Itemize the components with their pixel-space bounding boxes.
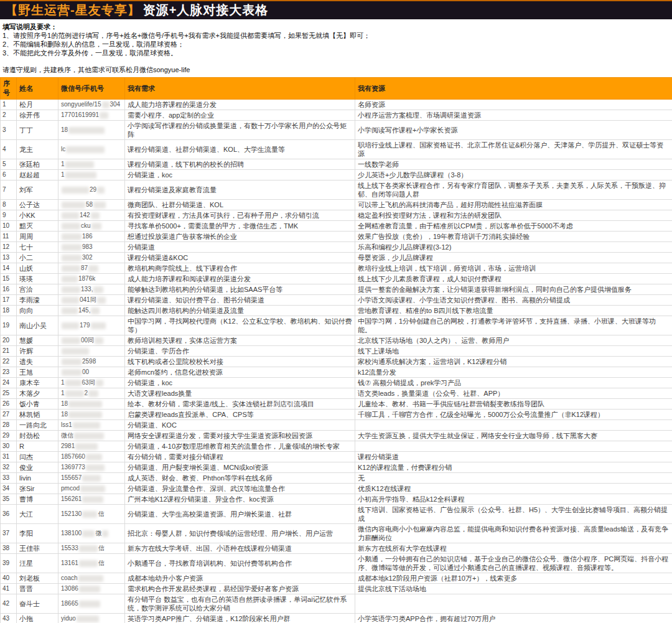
cell-index[interactable]: 5: [1, 159, 17, 170]
cell-name[interactable]: 李阳: [17, 524, 58, 543]
cell-name[interactable]: 向向: [17, 306, 58, 316]
cell-phone[interactable]: 18665: [58, 594, 125, 614]
cell-phone[interactable]: [58, 346, 125, 357]
cell-phone[interactable]: 155657: [58, 473, 125, 484]
cell-name[interactable]: 张Sir: [17, 484, 58, 494]
cell-need[interactable]: 大语文课程leads换量: [125, 388, 355, 399]
cell-name[interactable]: 小拖: [17, 614, 58, 623]
cell-phone[interactable]: pmcod: [58, 484, 125, 494]
cell-resource[interactable]: 名师资源: [355, 100, 672, 110]
cell-name[interactable]: 小二: [17, 253, 58, 263]
cell-resource[interactable]: 新东方在线所有大学在线课程: [355, 543, 672, 554]
cell-phone[interactable]: 156261: [58, 494, 125, 505]
cell-resource[interactable]: 提供一整套的金融解决方案，让分销渠道获得新增利润点，同时向自己的客户提供增值服务: [355, 284, 672, 295]
cell-name[interactable]: 晋晋: [17, 584, 58, 594]
cell-need[interactable]: 广州本地K12课程分销渠道、异业合作、koc资源: [125, 494, 355, 505]
cell-need[interactable]: 需求机构合作开发易经类课程，易经国学爱好者客户资源: [125, 584, 355, 594]
cell-need[interactable]: 分销渠道、用户裂变增长渠道、MCN或kol资源: [125, 462, 355, 473]
cell-name[interactable]: 小KK: [17, 210, 58, 221]
cell-name[interactable]: 公子达: [17, 200, 58, 210]
cell-resource[interactable]: 中国学习网，1分钟创建自己的网校，打通教学考评管环节，支持直播、录播、小班课、大…: [355, 316, 672, 335]
cell-resource[interactable]: 稳定盈利投资理财方法，课程和方法的研发团队: [355, 210, 672, 221]
cell-index[interactable]: 11: [1, 232, 17, 242]
cell-index[interactable]: 37: [1, 524, 17, 543]
cell-index[interactable]: 41: [1, 584, 17, 594]
cell-phone[interactable]: 302: [58, 253, 125, 263]
cell-phone[interactable]: 142: [58, 210, 125, 221]
cell-need[interactable]: 有投资理财课程，方法具体可执行，已有种子用户，求分销引流: [125, 210, 355, 221]
cell-resource[interactable]: 提供北京线下活动场地: [355, 584, 672, 594]
cell-resource[interactable]: 小学阅读写作课程+小学家长资源: [355, 121, 672, 140]
cell-need[interactable]: 分销渠道、异业流量合作、深圳、武汉等地流量合作: [125, 484, 355, 494]
cell-name[interactable]: 刘老板: [17, 573, 58, 584]
cell-name[interactable]: 瑛瑛: [17, 274, 58, 284]
cell-name[interactable]: 封劲松: [17, 431, 58, 441]
cell-resource[interactable]: 职培行业线上课程、国家资格证书、北京工作居住证&积分落户、天津落户、学历提升、双…: [355, 140, 672, 159]
cell-phone[interactable]: 15533信: [58, 543, 125, 554]
cell-index[interactable]: 42: [1, 594, 17, 614]
cell-phone[interactable]: lss1: [58, 420, 125, 431]
cell-index[interactable]: 14: [1, 263, 17, 274]
cell-phone[interactable]: 983: [58, 242, 125, 253]
cell-phone[interactable]: 1: [58, 159, 125, 170]
cell-name[interactable]: 刘军: [17, 180, 58, 200]
cell-need[interactable]: 成人英语、财会、教资、Phthon等学科在线名师: [125, 473, 355, 484]
cell-phone[interactable]: 2981: [58, 441, 125, 452]
cell-phone[interactable]: 1369773: [58, 462, 125, 473]
cell-resource[interactable]: 成都本地k12阶段用户资源（社群10万+），线索更多: [355, 573, 672, 584]
cell-phone[interactable]: 041同: [58, 295, 125, 306]
cell-index[interactable]: 35: [1, 494, 17, 505]
column-header-4[interactable]: 我有资源: [355, 78, 672, 100]
column-header-2[interactable]: 微信号/手机号: [58, 78, 125, 100]
cell-need[interactable]: 成人能力培养课程和阅读课程的渠道分发: [125, 274, 355, 284]
cell-name[interactable]: 汪星: [17, 554, 58, 573]
cell-resource[interactable]: 教培行业线上培训，线下培训，师资培训，市场，运营培训: [355, 263, 672, 274]
cell-name[interactable]: 奋斗士: [17, 594, 58, 614]
cell-resource[interactable]: 母婴资源，少儿品牌课程: [355, 253, 672, 263]
cell-resource[interactable]: 线上线下各类家长课程合作，另有专家疗育团队，调整亲子关系，夫妻关系，人际关系，干…: [355, 180, 672, 200]
cell-index[interactable]: 27: [1, 410, 17, 420]
cell-name[interactable]: 大江: [17, 505, 58, 524]
cell-index[interactable]: 15: [1, 274, 17, 284]
cell-name[interactable]: livin: [17, 473, 58, 484]
cell-need[interactable]: 教培机构商学院线上、线下课程合作: [125, 263, 355, 274]
cell-name[interactable]: 周周: [17, 232, 58, 242]
cell-need[interactable]: 课程分销渠道、社群分销渠道、KOL、大学生流量等: [125, 140, 355, 159]
cell-need[interactable]: 微商团队、社群分销渠道、KOL: [125, 200, 355, 210]
cell-index[interactable]: 24: [1, 378, 17, 388]
cell-resource[interactable]: 北京线下活动场地（30人之内）、运营、教师用户: [355, 335, 672, 346]
cell-need[interactable]: 小学阅读写作课程的分销或换量渠道，有数十万小学家长用户的公众号矩阵: [125, 121, 355, 140]
cell-index[interactable]: 10: [1, 221, 17, 232]
cell-resource[interactable]: 语文类leads，换量渠道（公众号、社群、APP）: [355, 388, 672, 399]
cell-name[interactable]: 龙主: [17, 140, 58, 159]
cell-resource[interactable]: 千聊工具，千聊官方合作，亿级全站曝光，5000万公众号流量推广（非K12课程）: [355, 410, 672, 420]
cell-resource[interactable]: 大学生资源互换，提供大学生就业保证，网络安全行业大咖导师，线下黑客大赛: [355, 431, 672, 441]
cell-need[interactable]: 分销渠道，koc: [125, 378, 355, 388]
cell-need[interactable]: 绘本、教材分销，需求渠道/线上、实体连锁社群到店引流项目: [125, 399, 355, 410]
cell-resource[interactable]: 乐高和编程少儿品牌课程(3-12): [355, 242, 672, 253]
cell-name[interactable]: 许辉: [17, 346, 58, 357]
cell-index[interactable]: 34: [1, 484, 17, 494]
cell-resource[interactable]: 全网精准教育流量，由于精准所以CPM贵，所以客单价低于5000不考虑: [355, 221, 672, 232]
cell-resource[interactable]: 线下上课场地: [355, 346, 672, 357]
cell-resource[interactable]: 课程分销渠道: [355, 452, 672, 462]
cell-need[interactable]: 分销渠道，koc: [125, 170, 355, 180]
cell-index[interactable]: 13: [1, 253, 17, 263]
cell-index[interactable]: 9: [1, 210, 17, 221]
cell-index[interactable]: 31: [1, 452, 17, 462]
cell-resource[interactable]: 钱⑦ 高额分销提成，prek学习产品: [355, 378, 672, 388]
cell-phone[interactable]: 1876k: [58, 274, 125, 284]
cell-index[interactable]: 25: [1, 388, 17, 399]
cell-phone[interactable]: 00同: [58, 335, 125, 346]
cell-phone[interactable]: 13086: [58, 584, 125, 594]
cell-need[interactable]: 成人能力培养课程的渠道分发: [125, 100, 355, 110]
cell-need[interactable]: 招北京：母婴人群，知识付费领域的运营经理、用户增长、用户运营: [125, 524, 355, 543]
cell-need[interactable]: 小鹅通平台，寻找教育培训机构、知识付费等机构合作: [125, 554, 355, 573]
cell-resource[interactable]: 小鹅通，一分钟拥有自己的知识店铺，基于企业自己的微信公众号、微信小程序、PC网页…: [355, 554, 672, 573]
cell-resource[interactable]: 一线数学老师: [355, 159, 672, 170]
cell-need[interactable]: 教师培训相关课程，实体店运营方案: [125, 335, 355, 346]
cell-phone[interactable]: 145,: [58, 306, 125, 316]
cell-phone[interactable]: 12: [58, 388, 125, 399]
cell-index[interactable]: 2: [1, 110, 17, 121]
cell-name[interactable]: 南山小吴: [17, 316, 58, 335]
